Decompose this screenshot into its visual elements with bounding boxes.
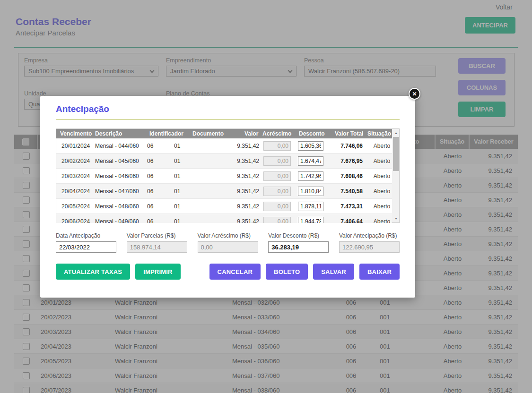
valor-parcelas-field: Valor Parcelas (R$) [127, 232, 187, 253]
table-scrollbar[interactable]: ▲ ▼ [392, 129, 399, 222]
valor-parcelas-field-input [127, 241, 187, 253]
acrescimo-input [263, 171, 291, 181]
cell-valor: 9.351,42 [199, 218, 262, 223]
col-vencimento: Vencimento [60, 129, 92, 138]
cell-valor: 9.351,42 [199, 203, 262, 210]
cell-vencimento: 20/03/2024 [56, 173, 95, 179]
col-situacao: Situação [367, 129, 391, 138]
valor-acrescimo-field-input [198, 241, 258, 253]
cell-valor-total: 7.406,64 [330, 218, 372, 223]
scroll-down-icon[interactable]: ▼ [392, 215, 400, 222]
acrescimo-input [263, 141, 291, 151]
cell-identificador: 06 [147, 143, 167, 149]
cell-valor-total: 7.676,95 [330, 158, 372, 164]
installments-table-body: 20/01/2024Mensal - 044/06006019.351,427.… [56, 138, 392, 223]
boleto-button[interactable]: BOLETO [266, 264, 308, 280]
installment-row: 20/03/2024Mensal - 046/06006019.351,427.… [56, 169, 392, 184]
cell-valor: 9.351,42 [199, 173, 262, 179]
cell-situacao: Aberto [372, 218, 392, 223]
data-antecipacao-field-label: Data Antecipação [56, 232, 116, 239]
cell-identificador: 06 [147, 218, 167, 223]
cell-desconto [296, 141, 330, 151]
cell-acrescimo [262, 171, 296, 181]
data-antecipacao-field: Data Antecipação [56, 232, 116, 253]
cell-documento: 01 [167, 203, 199, 210]
cell-descricao: Mensal - 049/060 [95, 218, 147, 223]
cell-desconto [296, 187, 330, 196]
cell-situacao: Aberto [372, 158, 392, 164]
cell-identificador: 06 [147, 188, 167, 195]
imprimir-button[interactable]: IMPRIMIR [135, 264, 181, 280]
col-descricao: Descrição [95, 129, 122, 138]
cell-descricao: Mensal - 045/060 [95, 158, 147, 164]
cell-valor-total: 7.473,31 [330, 203, 372, 210]
cell-acrescimo [262, 217, 296, 223]
cell-identificador: 06 [147, 203, 167, 210]
installments-table-header: Vencimento Descrição Identificador Docum… [56, 129, 392, 138]
summary-fields: Data AntecipaçãoValor Parcelas (R$)Valor… [56, 232, 400, 253]
valor-acrescimo-field: Valor Acréscimo (R$) [198, 232, 258, 253]
cell-situacao: Aberto [372, 173, 392, 179]
cell-valor: 9.351,42 [199, 188, 262, 195]
cell-vencimento: 20/02/2024 [56, 158, 95, 164]
cell-valor-total: 7.540,58 [330, 188, 372, 195]
cell-vencimento: 20/01/2024 [56, 143, 95, 149]
cell-documento: 01 [167, 173, 199, 179]
desconto-input[interactable] [298, 171, 323, 181]
acrescimo-input [263, 187, 291, 196]
valor-desconto-field: Valor Desconto (R$) [268, 232, 329, 253]
cell-desconto [296, 156, 330, 166]
desconto-input[interactable] [298, 202, 323, 211]
valor-antecipacao-field: Valor Antecipação (R$) [339, 232, 400, 253]
cell-identificador: 06 [147, 173, 167, 179]
acrescimo-input [263, 156, 291, 166]
col-valor: Valor [244, 129, 258, 138]
cell-descricao: Mensal - 047/060 [95, 188, 147, 195]
cell-vencimento: 20/04/2024 [56, 188, 95, 195]
close-button[interactable]: ✕ [409, 88, 420, 100]
desconto-input[interactable] [298, 141, 323, 151]
installment-row: 20/04/2024Mensal - 047/06006019.351,427.… [56, 184, 392, 199]
installments-table: Vencimento Descrição Identificador Docum… [56, 128, 400, 223]
cell-desconto [296, 171, 330, 181]
installment-row: 20/02/2024Mensal - 045/06006019.351,427.… [56, 154, 392, 169]
cancelar-button[interactable]: CANCELAR [209, 264, 261, 280]
desconto-input[interactable] [298, 187, 323, 196]
valor-desconto-field-input[interactable] [268, 241, 329, 253]
cell-descricao: Mensal - 044/060 [95, 143, 147, 149]
installment-row: 20/05/2024Mensal - 048/06006019.351,427.… [56, 199, 392, 214]
cell-documento: 01 [167, 218, 199, 223]
valor-acrescimo-field-label: Valor Acréscimo (R$) [198, 232, 258, 239]
valor-antecipacao-field-input [339, 241, 400, 253]
cell-situacao: Aberto [372, 143, 392, 149]
col-identificador: Identificador [149, 129, 183, 138]
valor-antecipacao-field-label: Valor Antecipação (R$) [339, 232, 400, 239]
modal-title: Antecipação [56, 104, 109, 114]
acrescimo-input [263, 217, 291, 223]
desconto-input[interactable] [298, 217, 323, 223]
installment-row: 20/01/2024Mensal - 044/06006019.351,427.… [56, 138, 392, 154]
desconto-input[interactable] [298, 156, 323, 166]
scrollbar-thumb[interactable] [393, 137, 399, 171]
cell-acrescimo [262, 202, 296, 211]
baixar-button[interactable]: BAIXAR [359, 264, 400, 280]
modal-actions: ATUALIZAR TAXAS IMPRIMIR CANCELAR BOLETO… [56, 264, 400, 280]
cell-vencimento: 20/05/2024 [56, 203, 95, 210]
cell-situacao: Aberto [372, 203, 392, 210]
data-antecipacao-field-input[interactable] [56, 241, 116, 253]
col-valor-total: Valor Total [335, 129, 363, 138]
acrescimo-input [263, 202, 291, 211]
close-icon: ✕ [412, 91, 417, 97]
modal-title-divider [56, 119, 400, 120]
cell-acrescimo [262, 141, 296, 151]
scroll-up-icon[interactable]: ▲ [392, 129, 400, 137]
cell-documento: 01 [167, 158, 199, 164]
cell-valor: 9.351,42 [199, 143, 262, 149]
cell-desconto [296, 202, 330, 211]
col-documento: Documento [192, 129, 224, 138]
col-desconto: Desconto [299, 129, 325, 138]
installment-row: 20/06/2024Mensal - 049/06006019.351,427.… [56, 214, 392, 223]
atualizar-taxas-button[interactable]: ATUALIZAR TAXAS [56, 264, 130, 280]
cell-vencimento: 20/06/2024 [56, 218, 95, 223]
salvar-button[interactable]: SALVAR [313, 264, 354, 280]
